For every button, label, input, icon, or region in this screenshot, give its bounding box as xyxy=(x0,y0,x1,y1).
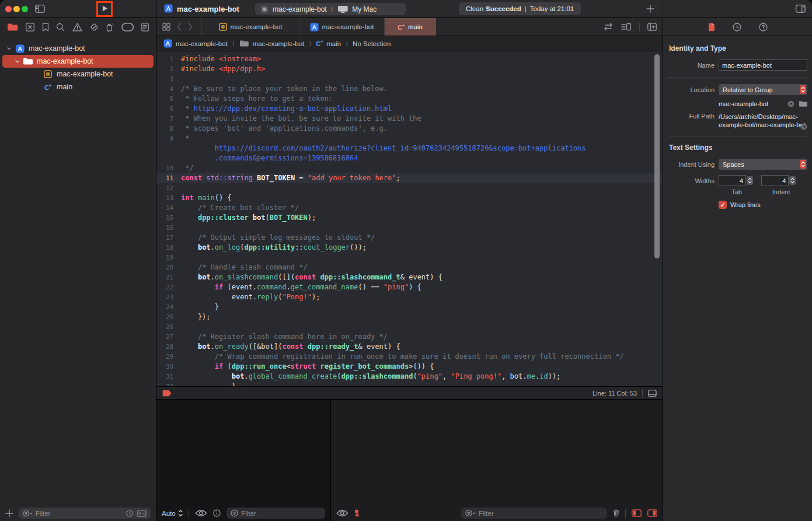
line-number[interactable]: 26 xyxy=(156,322,181,332)
line-number[interactable]: 6 xyxy=(156,104,181,114)
scheme-destination[interactable]: My Mac xyxy=(352,5,377,13)
tab-mac-example-bot[interactable]: mac-example-bot xyxy=(299,18,385,36)
clear-location-icon[interactable] xyxy=(787,100,794,107)
filter-icon[interactable] xyxy=(23,510,33,517)
open-in-finder-icon[interactable] xyxy=(800,123,807,130)
line-number[interactable]: 16 xyxy=(156,223,181,233)
code-line[interactable]: 23 event.reply("Pong!"); xyxy=(156,292,663,302)
sidebar-item-mac-example-bot[interactable]: mac-example-bot xyxy=(2,68,154,81)
code-line[interactable]: 13int main() { xyxy=(156,193,663,203)
line-number[interactable]: 14 xyxy=(156,203,181,213)
tab-mac-example-bot[interactable]: mac-example-bot xyxy=(201,18,299,36)
code-line[interactable]: 5 * Follow steps here to get a token: xyxy=(156,94,663,104)
code-line[interactable]: 29 /* Wrap command registration in run_o… xyxy=(156,352,663,362)
line-number[interactable]: 11 xyxy=(156,173,181,183)
tests-navigator-icon[interactable] xyxy=(90,23,99,32)
code-line[interactable]: 24 } xyxy=(156,302,663,312)
add-editor-icon[interactable] xyxy=(647,23,657,31)
wrap-lines-checkbox[interactable]: ✓ xyxy=(719,201,727,209)
code-line[interactable]: 28 bot.on_ready([&bot](const dpp::ready_… xyxy=(156,342,663,352)
minimize-window-button[interactable] xyxy=(13,6,20,12)
source-control-changes-icon[interactable] xyxy=(137,510,147,517)
line-number[interactable]: 30 xyxy=(156,362,181,372)
indent-using-dropdown[interactable]: Spaces xyxy=(719,159,807,170)
code-line[interactable]: 6 * https://dpp.dev/creating-a-bot-appli… xyxy=(156,104,663,114)
line-number[interactable]: 1 xyxy=(156,54,181,64)
breadcrumb-item[interactable]: mac-example-bot xyxy=(176,40,228,47)
tab-width-stepper[interactable] xyxy=(747,176,753,185)
clear-console-icon[interactable] xyxy=(613,509,619,517)
line-number[interactable]: 21 xyxy=(156,272,181,282)
dropdown-stepper-icon[interactable] xyxy=(800,85,806,94)
code-line[interactable]: 21 bot.on_slashcommand([](const dpp::sla… xyxy=(156,272,663,282)
code-line[interactable]: 25 }); xyxy=(156,312,663,322)
sidebar-item-main[interactable]: C+main xyxy=(2,81,154,93)
quick-help-inspector-icon[interactable] xyxy=(759,23,768,32)
breadcrumb-item[interactable]: main xyxy=(326,40,341,47)
line-number[interactable] xyxy=(156,144,181,153)
toggle-console-view-icon[interactable] xyxy=(647,509,657,517)
line-number[interactable]: 24 xyxy=(156,302,181,312)
line-number[interactable]: 7 xyxy=(156,114,181,124)
add-item-button[interactable] xyxy=(5,509,13,517)
breakpoint-icon[interactable] xyxy=(162,390,172,397)
code-line[interactable]: 22 if (event.command.get_command_name() … xyxy=(156,282,663,292)
debug-navigator-icon[interactable] xyxy=(106,23,114,32)
line-number[interactable]: 12 xyxy=(156,183,181,193)
indent-width-stepper[interactable] xyxy=(789,176,796,185)
code-line[interactable]: 8 * scopes 'bot' and 'applications.comma… xyxy=(156,124,663,134)
line-number[interactable]: 27 xyxy=(156,332,181,342)
go-back-icon[interactable] xyxy=(177,23,182,31)
code-line[interactable]: 32 } xyxy=(156,382,663,386)
name-field[interactable] xyxy=(719,60,807,71)
line-number[interactable]: 2 xyxy=(156,64,181,74)
editor-options-icon[interactable] xyxy=(621,23,632,31)
go-forward-icon[interactable] xyxy=(188,23,193,31)
scheme-selector[interactable]: mac-example-bot ⟩ My Mac xyxy=(255,3,406,15)
sidebar-item-mac-example-bot[interactable]: mac-example-bot xyxy=(2,42,154,55)
code-line[interactable]: 10 */ xyxy=(156,163,663,173)
variables-filter-field[interactable]: Filter xyxy=(226,508,325,519)
scheme-name[interactable]: mac-example-bot xyxy=(273,5,327,13)
code-line[interactable]: 9 * xyxy=(156,134,663,144)
code-line[interactable]: 27 /* Register slash command here in on_… xyxy=(156,332,663,342)
code-line[interactable]: 26 xyxy=(156,322,663,332)
code-line[interactable]: 16 xyxy=(156,223,663,233)
source-control-navigator-icon[interactable] xyxy=(26,23,34,32)
debugger-output-icon[interactable] xyxy=(354,509,360,517)
location-dropdown[interactable]: Relative to Group xyxy=(719,84,807,95)
line-number[interactable]: 17 xyxy=(156,233,181,243)
breakpoints-navigator-icon[interactable] xyxy=(121,23,134,32)
toggle-inspector-icon[interactable] xyxy=(796,5,806,13)
find-navigator-icon[interactable] xyxy=(56,23,65,32)
code-line[interactable]: https://discord.com/oauth2/authorize?cli… xyxy=(156,144,663,153)
line-number[interactable]: 3 xyxy=(156,74,181,84)
code-line[interactable]: 1#include <iostream> xyxy=(156,54,663,64)
line-number[interactable]: 22 xyxy=(156,282,181,292)
tab-main[interactable]: C+main xyxy=(385,18,436,36)
console-filter-field[interactable]: Filter xyxy=(461,508,607,519)
toggle-navigator-icon[interactable] xyxy=(35,5,45,13)
code-line[interactable]: 2#include <dpp/dpp.h> xyxy=(156,64,663,74)
code-line[interactable]: 31 bot.global_command_create(dpp::slashc… xyxy=(156,372,663,382)
code-line[interactable]: 19 xyxy=(156,253,663,263)
tab-overview-icon[interactable] xyxy=(162,23,170,31)
zoom-window-button[interactable] xyxy=(22,6,28,12)
line-number[interactable]: 25 xyxy=(156,312,181,322)
code-line[interactable]: 4/* Be sure to place your token in the l… xyxy=(156,84,663,94)
line-number[interactable]: 18 xyxy=(156,243,181,253)
quicklook-icon[interactable] xyxy=(195,509,207,517)
code-line[interactable]: 20 /* Handle slash command */ xyxy=(156,263,663,272)
bookmarks-navigator-icon[interactable] xyxy=(42,23,49,32)
line-number[interactable]: 20 xyxy=(156,263,181,272)
activity-status[interactable]: Clean Succeeded | Today at 21:01 xyxy=(459,2,581,15)
line-number[interactable]: 29 xyxy=(156,352,181,362)
history-inspector-icon[interactable] xyxy=(733,23,741,32)
line-number[interactable]: 32 xyxy=(156,382,181,386)
filter-icon[interactable] xyxy=(465,509,476,517)
dropdown-stepper-icon[interactable] xyxy=(800,160,806,169)
source-editor[interactable]: 1#include <iostream>2#include <dpp/dpp.h… xyxy=(156,51,663,386)
editor-bottom-bar-icon[interactable] xyxy=(648,390,657,397)
library-button[interactable] xyxy=(646,5,654,13)
file-inspector-icon[interactable] xyxy=(708,23,715,32)
